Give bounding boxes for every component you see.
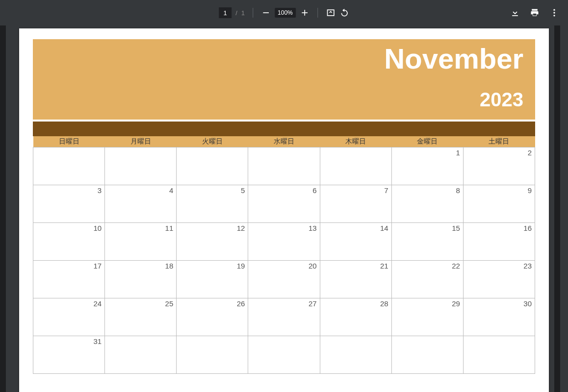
calendar-day-cell bbox=[463, 336, 535, 373]
page-separator: / bbox=[235, 9, 237, 17]
page-number-input[interactable] bbox=[219, 7, 232, 18]
zoom-in-button[interactable] bbox=[300, 8, 310, 18]
calendar-week-row: 17181920212223 bbox=[33, 260, 535, 298]
day-header: 水曜日 bbox=[248, 136, 320, 147]
calendar-day-cell: 11 bbox=[105, 222, 177, 260]
calendar-day-cell bbox=[391, 336, 463, 373]
calendar-week-row: 3456789 bbox=[33, 185, 535, 222]
document-page: November 2023 日曜日 月曜日 火曜日 水曜日 木曜日 金曜日 土曜… bbox=[19, 28, 549, 392]
calendar-day-cell bbox=[177, 147, 248, 185]
page-shadow bbox=[0, 25, 6, 392]
toolbar-right bbox=[510, 8, 562, 18]
calendar-day-cell: 20 bbox=[248, 260, 320, 298]
calendar-day-cell: 10 bbox=[33, 222, 105, 260]
calendar-day-header-row: 日曜日 月曜日 火曜日 水曜日 木曜日 金曜日 土曜日 bbox=[33, 136, 535, 147]
calendar-day-cell: 31 bbox=[33, 336, 105, 373]
toolbar-center: / 1 100% bbox=[219, 0, 349, 25]
zoom-out-button[interactable] bbox=[261, 8, 271, 18]
toolbar-divider bbox=[253, 8, 253, 18]
zoom-level: 100% bbox=[275, 8, 296, 18]
calendar-week-row: 12 bbox=[33, 147, 535, 185]
calendar-day-cell: 29 bbox=[391, 298, 463, 336]
print-button[interactable] bbox=[530, 8, 540, 18]
day-header: 土曜日 bbox=[463, 136, 535, 147]
calendar-day-cell: 6 bbox=[248, 185, 320, 222]
calendar-day-cell bbox=[105, 147, 177, 185]
calendar-day-cell: 1 bbox=[391, 147, 463, 185]
calendar-day-cell: 17 bbox=[33, 260, 105, 298]
svg-point-5 bbox=[553, 12, 555, 13]
calendar-day-cell: 28 bbox=[320, 298, 391, 336]
svg-point-6 bbox=[553, 15, 555, 16]
calendar-day-cell bbox=[248, 147, 320, 185]
day-header: 日曜日 bbox=[33, 136, 105, 147]
calendar-day-cell: 22 bbox=[391, 260, 463, 298]
calendar-accent-bar bbox=[33, 122, 535, 136]
svg-rect-2 bbox=[304, 10, 305, 16]
calendar-day-cell bbox=[320, 147, 391, 185]
calendar-day-cell bbox=[33, 147, 105, 185]
calendar-day-cell: 19 bbox=[177, 260, 248, 298]
page-total: 1 bbox=[241, 9, 245, 17]
calendar-day-cell: 25 bbox=[105, 298, 177, 336]
calendar-day-cell: 24 bbox=[33, 298, 105, 336]
day-header: 木曜日 bbox=[320, 136, 391, 147]
calendar-day-cell: 9 bbox=[463, 185, 535, 222]
calendar-day-cell: 8 bbox=[391, 185, 463, 222]
calendar-body: 1234567891011121314151617181920212223242… bbox=[33, 147, 535, 373]
svg-rect-0 bbox=[263, 12, 269, 13]
calendar-day-cell: 23 bbox=[463, 260, 535, 298]
day-header: 金曜日 bbox=[391, 136, 463, 147]
calendar-day-cell bbox=[177, 336, 248, 373]
more-menu-button[interactable] bbox=[549, 8, 559, 18]
toolbar-divider bbox=[317, 8, 318, 18]
calendar-day-cell: 12 bbox=[177, 222, 248, 260]
calendar-day-cell bbox=[248, 336, 320, 373]
fit-page-button[interactable] bbox=[326, 8, 336, 18]
calendar-day-cell bbox=[105, 336, 177, 373]
calendar-day-cell: 30 bbox=[463, 298, 535, 336]
download-button[interactable] bbox=[510, 8, 520, 18]
calendar-month: November bbox=[45, 44, 523, 74]
day-header: 火曜日 bbox=[177, 136, 248, 147]
toolbar: / 1 100% bbox=[0, 0, 568, 25]
calendar-day-cell: 2 bbox=[463, 147, 535, 185]
day-header: 月曜日 bbox=[105, 136, 177, 147]
calendar-day-cell: 4 bbox=[105, 185, 177, 222]
page-area[interactable]: November 2023 日曜日 月曜日 火曜日 水曜日 木曜日 金曜日 土曜… bbox=[0, 25, 568, 392]
calendar-day-cell: 21 bbox=[320, 260, 391, 298]
calendar-day-cell: 18 bbox=[105, 260, 177, 298]
svg-point-4 bbox=[553, 9, 555, 11]
calendar-day-cell: 13 bbox=[248, 222, 320, 260]
rotate-button[interactable] bbox=[339, 8, 349, 18]
calendar-day-cell: 26 bbox=[177, 298, 248, 336]
calendar-week-row: 24252627282930 bbox=[33, 298, 535, 336]
calendar-day-cell: 16 bbox=[463, 222, 535, 260]
calendar-day-cell: 27 bbox=[248, 298, 320, 336]
calendar-day-cell: 7 bbox=[320, 185, 391, 222]
svg-rect-3 bbox=[327, 10, 334, 16]
calendar-header: November 2023 bbox=[33, 39, 535, 120]
calendar-year: 2023 bbox=[45, 89, 523, 111]
calendar-day-cell: 14 bbox=[320, 222, 391, 260]
calendar-day-cell: 5 bbox=[177, 185, 248, 222]
calendar-day-cell: 15 bbox=[391, 222, 463, 260]
calendar-day-cell: 3 bbox=[33, 185, 105, 222]
calendar-table: 日曜日 月曜日 火曜日 水曜日 木曜日 金曜日 土曜日 123456789101… bbox=[33, 136, 535, 374]
page-shadow bbox=[554, 25, 560, 392]
calendar-week-row: 31 bbox=[33, 336, 535, 373]
pdf-viewer: / 1 100% November 2023 bbox=[0, 0, 568, 392]
calendar-day-cell bbox=[320, 336, 391, 373]
calendar-week-row: 10111213141516 bbox=[33, 222, 535, 260]
